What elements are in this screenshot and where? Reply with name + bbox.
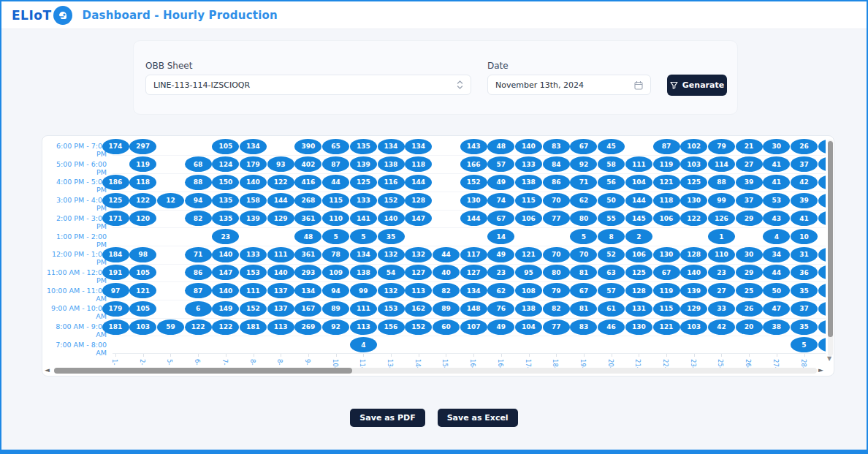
production-bubble-clipped [818,211,826,226]
production-bubble: 56 [598,175,625,190]
production-bubble: 133 [240,247,267,262]
x-axis-tick [143,354,144,357]
production-bubble: 98 [129,247,156,262]
production-bubble: 181 [240,319,267,335]
production-bubble: 268 [294,193,321,208]
obb-sheet-select[interactable]: LINE-113-114-IZSCIOQR [145,75,471,95]
x-axis-tick [363,354,364,357]
horizontal-scrollbar-thumb[interactable] [54,368,352,374]
production-bubble: 153 [378,301,405,317]
vertical-scrollbar-thumb[interactable] [828,141,833,337]
production-bubble: 59 [157,319,184,335]
production-bubble: 80 [543,265,570,280]
production-bubble: 120 [129,211,156,226]
production-bubble: 82 [433,283,460,298]
x-axis-tick [226,354,226,357]
production-bubble: 46 [598,319,625,335]
production-bubble: 77 [543,319,570,335]
production-bubble: 106 [515,211,542,226]
production-bubble: 34 [763,247,790,262]
page-title: Dashboard - Hourly Production [83,9,278,22]
production-bubble: 133 [515,156,542,172]
production-bubble: 54 [378,265,405,280]
bubble-chart-plot: 6:00 PM - 7:00 PM17429710513439065135134… [42,136,826,377]
production-bubble: 27 [736,156,763,172]
production-bubble: 144 [460,211,487,226]
x-axis-tick [694,354,695,357]
production-bubble: 67 [570,139,597,154]
production-bubble: 42 [791,175,818,190]
row-separator-line [113,300,826,300]
production-bubble: 128 [680,247,707,262]
production-bubble: 49 [487,175,514,190]
production-bubble: 113 [405,283,432,298]
production-bubble: 4 [763,229,790,244]
app-logo-text: ELIoT [12,8,52,23]
production-bubble: 39 [791,193,818,208]
production-bubble: 61 [598,301,625,317]
production-bubble: 134 [294,283,321,298]
hscroll-left-arrow-icon[interactable]: ◄ [45,366,50,374]
production-bubble: 68 [185,156,212,172]
production-bubble: 156 [378,319,405,335]
date-input[interactable]: November 13th, 2024 [487,75,651,95]
production-bubble: 49 [487,247,514,262]
production-bubble-clipped [818,283,826,298]
x-axis-tick [446,354,446,357]
filter-panel: OBB Sheet LINE-113-114-IZSCIOQR Date Nov… [133,40,738,115]
production-bubble: 12 [157,193,184,208]
production-bubble: 82 [543,301,570,317]
save-as-pdf-button[interactable]: Save as PDF [350,409,425,427]
save-as-excel-button[interactable]: Save as Excel [438,409,518,427]
production-bubble: 125 [350,175,377,190]
production-bubble: 49 [487,319,514,335]
production-bubble: 41 [763,175,790,190]
x-axis-tick [308,354,309,357]
calendar-icon [634,80,643,90]
production-bubble: 83 [570,319,597,335]
production-bubble: 135 [212,193,239,208]
row-separator-line [113,336,826,336]
generate-button[interactable]: Genarate [667,75,727,96]
production-bubble: 79 [543,283,570,298]
production-bubble: 121 [653,319,680,335]
time-range-label: 5:00 PM - 6:00 PM [44,160,107,176]
production-bubble: 111 [350,301,377,317]
production-bubble: 118 [653,193,680,208]
vscroll-down-arrow-icon[interactable]: ▼ [827,355,831,362]
production-bubble: 122 [267,175,294,190]
production-bubble: 92 [570,156,597,172]
production-bubble: 39 [736,175,763,190]
production-bubble: 138 [515,301,542,317]
production-bubble: 138 [350,265,377,280]
production-bubble: 93 [267,156,294,172]
production-bubble: 140 [212,283,239,298]
production-bubble: 109 [322,265,349,280]
production-bubble-clipped [818,193,826,208]
x-axis-tick [391,354,392,357]
production-bubble: 23 [708,265,735,280]
time-range-label: 6:00 PM - 7:00 PM [44,142,107,158]
production-bubble: 132 [378,283,405,298]
production-bubble: 35 [378,229,405,244]
production-bubble: 92 [322,319,349,335]
production-bubble: 121 [515,247,542,262]
production-bubble: 139 [350,156,377,172]
production-bubble: 87 [653,139,680,154]
production-bubble: 132 [378,247,405,262]
time-range-label: 2:00 PM - 3:00 PM [44,214,107,230]
production-bubble-clipped [818,156,826,172]
production-bubble: 390 [294,139,321,154]
production-bubble: 70 [543,247,570,262]
production-bubble: 118 [405,156,432,172]
production-bubble: 26 [736,301,763,317]
production-bubble: 30 [736,247,763,262]
production-bubble: 130 [680,193,707,208]
x-axis-tick [666,354,667,357]
x-axis-tick [254,354,254,357]
hscroll-right-arrow-icon[interactable]: ► [818,366,823,374]
production-bubble: 119 [653,283,680,298]
production-bubble: 134 [350,247,377,262]
production-bubble: 35 [791,319,818,335]
production-bubble: 416 [294,175,321,190]
